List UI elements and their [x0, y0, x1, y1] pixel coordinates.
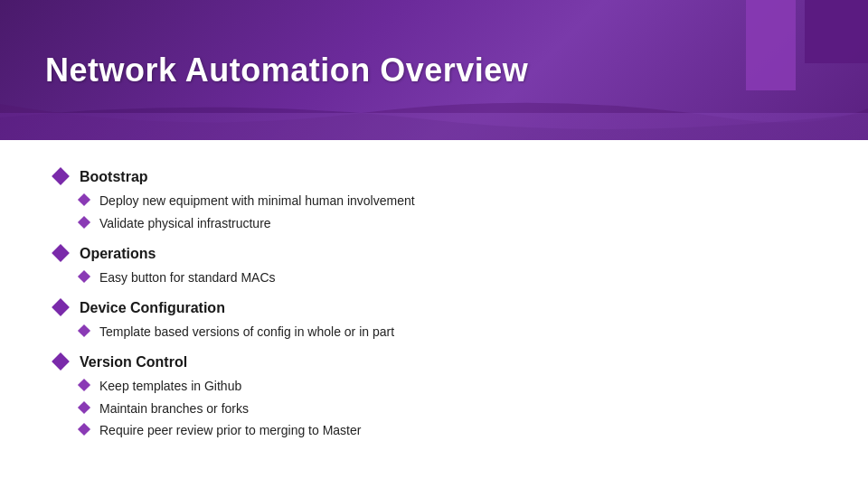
- sub-bullet-icon: [78, 193, 90, 206]
- deco-rect-1: [746, 0, 796, 90]
- version-control-sub-3: Require peer review prior to merging to …: [99, 422, 361, 440]
- list-item: Maintain branches or forks: [80, 400, 814, 418]
- device-config-label: Device Configuration: [80, 298, 225, 318]
- sub-bullet-icon: [78, 423, 90, 436]
- version-control-sub-1: Keep templates in Github: [99, 378, 241, 396]
- bootstrap-sub-2: Validate physical infrastructure: [99, 215, 271, 233]
- device-config-sub-1: Template based versions of config in who…: [99, 324, 394, 342]
- slide: Network Automation Overview Bootstrap De…: [0, 0, 868, 488]
- list-item: Require peer review prior to merging to …: [80, 422, 814, 440]
- bullet-icon-operations: [52, 244, 70, 262]
- bullet-icon-version-control: [52, 352, 70, 371]
- operations-sub-list: Easy button for standard MACs: [80, 269, 814, 287]
- sub-bullet-icon: [78, 379, 90, 391]
- sub-bullet-icon: [78, 270, 90, 283]
- deco-rect-2: [805, 0, 868, 63]
- header: Network Automation Overview: [0, 0, 868, 140]
- list-item: Deploy new equipment with minimal human …: [80, 192, 814, 211]
- version-control-sub-2: Maintain branches or forks: [99, 400, 249, 418]
- operations-sub-1: Easy button for standard MACs: [99, 269, 276, 287]
- device-config-sub-list: Template based versions of config in who…: [80, 324, 814, 342]
- list-item-version-control: Version Control Keep templates in Github…: [54, 352, 814, 440]
- bootstrap-sub-1: Deploy new equipment with minimal human …: [99, 192, 415, 211]
- list-item: Easy button for standard MACs: [80, 269, 814, 287]
- sub-bullet-icon: [78, 324, 90, 337]
- operations-label: Operations: [80, 244, 156, 264]
- bootstrap-sub-list: Deploy new equipment with minimal human …: [80, 192, 814, 232]
- version-control-sub-list: Keep templates in Github Maintain branch…: [80, 378, 814, 440]
- content-area: Bootstrap Deploy new equipment with mini…: [0, 140, 868, 469]
- bullet-icon-bootstrap: [52, 167, 70, 185]
- list-item: Template based versions of config in who…: [80, 324, 814, 342]
- sub-bullet-icon: [78, 216, 90, 229]
- bootstrap-label: Bootstrap: [80, 167, 148, 187]
- list-item-device-config: Device Configuration Template based vers…: [54, 298, 814, 342]
- page-title: Network Automation Overview: [45, 52, 528, 89]
- sub-bullet-icon: [78, 400, 90, 413]
- version-control-label: Version Control: [80, 352, 187, 372]
- list-item: Validate physical infrastructure: [80, 215, 814, 233]
- list-item-operations: Operations Easy button for standard MACs: [54, 244, 814, 287]
- list-item: Keep templates in Github: [80, 378, 814, 396]
- list-item-bootstrap: Bootstrap Deploy new equipment with mini…: [54, 167, 814, 233]
- bullet-icon-device-config: [52, 298, 70, 316]
- main-list: Bootstrap Deploy new equipment with mini…: [54, 167, 814, 440]
